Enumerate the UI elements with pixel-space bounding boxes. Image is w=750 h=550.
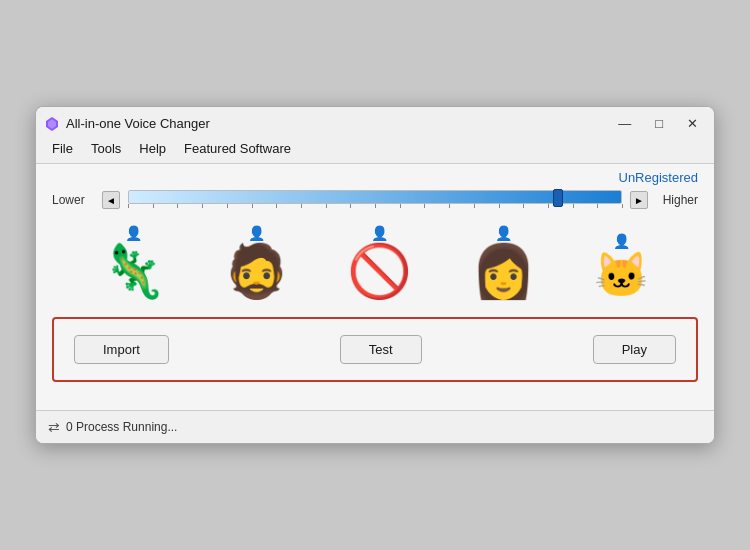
play-button[interactable]: Play [593, 335, 676, 364]
test-button[interactable]: Test [340, 335, 422, 364]
close-button[interactable]: ✕ [683, 115, 702, 132]
pitch-left-arrow[interactable]: ◄ [102, 191, 120, 209]
tick-16 [523, 204, 524, 208]
avatar-cat[interactable]: 👤 🐱 [594, 233, 649, 297]
cat-emoji: 🐱 [594, 253, 649, 297]
menu-help[interactable]: Help [131, 138, 174, 159]
menu-bar: File Tools Help Featured Software [36, 136, 714, 163]
lower-label: Lower [52, 193, 94, 207]
tick-12 [424, 204, 425, 208]
window-controls: — □ ✕ [614, 115, 702, 132]
menu-featured-software[interactable]: Featured Software [176, 138, 299, 159]
status-text: 0 Process Running... [66, 420, 177, 434]
tick-9 [350, 204, 351, 208]
male-emoji: 🧔 [224, 245, 289, 297]
app-icon [44, 116, 60, 132]
pitch-track[interactable] [128, 189, 622, 211]
pitch-gradient-bar[interactable] [128, 190, 622, 204]
avatar-female-face[interactable]: 👤 👩 [471, 225, 536, 297]
minimize-button[interactable]: — [614, 115, 635, 132]
male-indicator: 👤 [248, 225, 265, 241]
tick-4 [227, 204, 228, 208]
tick-18 [573, 204, 574, 208]
tick-8 [326, 204, 327, 208]
avatar-blocked[interactable]: 👤 🚫 [347, 225, 412, 297]
main-window: All-in-one Voice Changer — □ ✕ File Tool… [35, 106, 715, 444]
tick-17 [548, 204, 549, 208]
tick-11 [400, 204, 401, 208]
tick-14 [474, 204, 475, 208]
cat-indicator: 👤 [613, 233, 630, 249]
female-indicator: 👤 [495, 225, 512, 241]
tick-10 [375, 204, 376, 208]
avatar-dragon[interactable]: 👤 🦎 [101, 225, 166, 297]
menu-file[interactable]: File [44, 138, 81, 159]
tick-0 [128, 204, 129, 208]
menu-tools[interactable]: Tools [83, 138, 129, 159]
tick-row [128, 204, 622, 210]
tick-2 [177, 204, 178, 208]
tick-5 [252, 204, 253, 208]
tick-20 [622, 204, 623, 208]
pitch-row: Lower ◄ [52, 189, 698, 211]
window-title: All-in-one Voice Changer [66, 116, 210, 131]
unregistered-row: UnRegistered [52, 170, 698, 185]
content-area: UnRegistered Lower ◄ [36, 163, 714, 410]
dragon-emoji: 🦎 [101, 245, 166, 297]
buttons-container: Import Test Play [52, 317, 698, 382]
avatar-male-face[interactable]: 👤 🧔 [224, 225, 289, 297]
higher-label: Higher [656, 193, 698, 207]
tick-13 [449, 204, 450, 208]
import-button[interactable]: Import [74, 335, 169, 364]
tick-19 [597, 204, 598, 208]
tick-6 [276, 204, 277, 208]
blocked-indicator: 👤 [371, 225, 388, 241]
female-emoji: 👩 [471, 245, 536, 297]
title-bar: All-in-one Voice Changer — □ ✕ [36, 107, 714, 136]
avatars-row: 👤 🦎 👤 🧔 👤 🚫 👤 👩 👤 🐱 [52, 215, 698, 305]
status-bar: ⇄ 0 Process Running... [36, 410, 714, 443]
maximize-button[interactable]: □ [651, 115, 667, 132]
title-bar-left: All-in-one Voice Changer [44, 116, 210, 132]
tick-7 [301, 204, 302, 208]
tick-3 [202, 204, 203, 208]
tick-1 [153, 204, 154, 208]
dragon-indicator: 👤 [125, 225, 142, 241]
blocked-emoji: 🚫 [347, 245, 412, 297]
unregistered-label[interactable]: UnRegistered [619, 170, 699, 185]
process-icon: ⇄ [48, 419, 60, 435]
tick-15 [499, 204, 500, 208]
pitch-right-arrow[interactable]: ► [630, 191, 648, 209]
